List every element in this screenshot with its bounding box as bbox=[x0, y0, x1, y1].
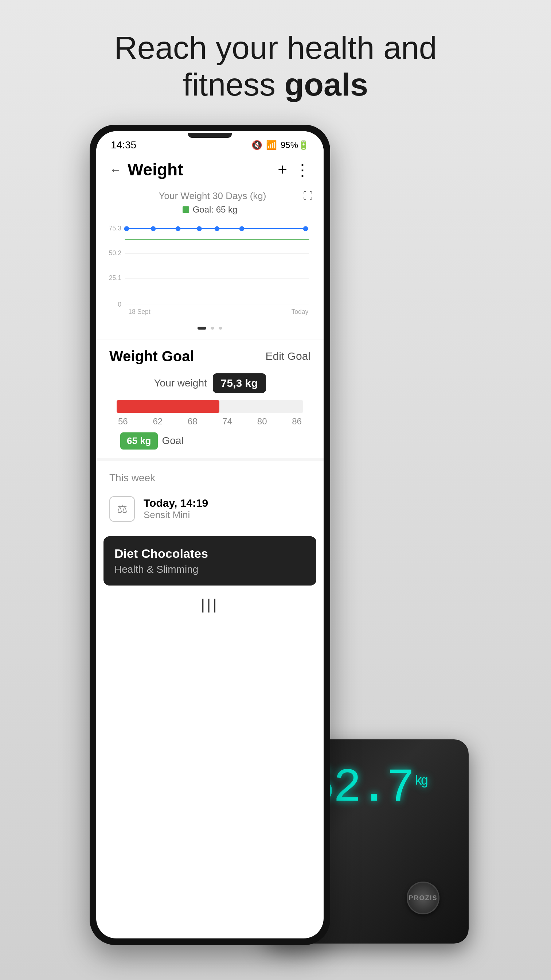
scale-unit: kg bbox=[414, 774, 426, 789]
product-name: Diet Chocolates bbox=[114, 547, 305, 561]
chart-header: Your Weight 30 Days (kg) ⛶ bbox=[107, 190, 313, 202]
scale-label-62: 62 bbox=[153, 416, 162, 426]
weight-display: Your weight 75,3 kg bbox=[110, 373, 310, 393]
svg-text:18 Sept: 18 Sept bbox=[128, 308, 150, 315]
progress-container: 56 62 68 74 80 86 bbox=[117, 400, 303, 426]
progress-track bbox=[117, 400, 303, 413]
scale-label-56: 56 bbox=[118, 416, 128, 426]
weight-goal-title: Weight Goal bbox=[110, 348, 194, 364]
phone-device: 14:35 🔇 📶 95%🔋 ← Weight + ⋮ bbox=[90, 125, 330, 945]
goal-text: Goal bbox=[162, 435, 184, 447]
home-indicator: ||| bbox=[201, 597, 219, 613]
status-time: 14:35 bbox=[111, 139, 136, 151]
product-category: Health & Slimming bbox=[114, 564, 305, 575]
product-card[interactable]: Diet Chocolates Health & Slimming bbox=[103, 536, 316, 585]
chart-title: Your Weight 30 Days (kg) bbox=[122, 190, 303, 202]
chart-svg: 75.3 50.2 25.1 0 bbox=[107, 220, 313, 320]
wifi-icon: 📶 bbox=[266, 140, 277, 150]
progress-fill bbox=[117, 400, 219, 413]
weight-goal-header: Weight Goal Edit Goal bbox=[110, 348, 310, 364]
phone-scale-container: 52.7kg PROZIS 14:35 🔇 📶 95%🔋 ← Weight bbox=[75, 125, 476, 980]
page-title-area: Reach your health and fitness goals bbox=[70, 29, 481, 103]
svg-text:25.1: 25.1 bbox=[109, 275, 121, 282]
add-button[interactable]: + bbox=[278, 161, 287, 179]
svg-point-12 bbox=[197, 226, 202, 232]
scale-label-80: 80 bbox=[257, 416, 267, 426]
bottom-nav: ||| bbox=[96, 589, 324, 620]
this-week-title: This week bbox=[110, 472, 310, 484]
measurement-item: ⚖ Today, 14:19 Sensit Mini bbox=[110, 491, 310, 527]
title-bold: goals bbox=[284, 66, 368, 102]
page-title: Reach your health and fitness goals bbox=[114, 29, 437, 103]
svg-point-10 bbox=[151, 226, 156, 232]
measurement-device: Sensit Mini bbox=[144, 509, 208, 520]
goal-badge: 65 kg bbox=[120, 433, 158, 450]
pagination-dot-1 bbox=[211, 327, 214, 329]
edit-goal-button[interactable]: Edit Goal bbox=[266, 350, 310, 363]
pagination-dot-active bbox=[197, 327, 206, 329]
chart-legend: Goal: 65 kg bbox=[107, 205, 313, 215]
scale-label-74: 74 bbox=[222, 416, 232, 426]
scale-label-86: 86 bbox=[292, 416, 302, 426]
svg-point-14 bbox=[240, 226, 245, 232]
scale-logo: PROZIS bbox=[408, 894, 437, 902]
measurement-time: Today, 14:19 bbox=[144, 497, 208, 509]
svg-text:50.2: 50.2 bbox=[109, 250, 121, 257]
top-bar-actions: + ⋮ bbox=[278, 161, 310, 179]
scale-button: PROZIS bbox=[407, 881, 440, 915]
svg-point-9 bbox=[124, 226, 129, 232]
progress-labels: 56 62 68 74 80 86 bbox=[117, 416, 303, 426]
title-line2: fitness bbox=[183, 66, 284, 102]
svg-point-15 bbox=[303, 226, 308, 232]
expand-icon[interactable]: ⛶ bbox=[303, 190, 313, 202]
battery-label: 95%🔋 bbox=[281, 140, 309, 150]
scale-icon: ⚖ bbox=[110, 496, 135, 522]
weight-value-badge: 75,3 kg bbox=[213, 373, 266, 393]
chart-section: Your Weight 30 Days (kg) ⛶ Goal: 65 kg 7… bbox=[96, 185, 324, 339]
legend-color-dot bbox=[183, 206, 189, 213]
title-line1: Reach your health and bbox=[114, 30, 437, 65]
measurement-info: Today, 14:19 Sensit Mini bbox=[144, 497, 208, 520]
svg-text:75.3: 75.3 bbox=[109, 225, 121, 232]
status-icons: 🔇 📶 95%🔋 bbox=[251, 140, 309, 150]
weight-goal-section: Weight Goal Edit Goal Your weight 75,3 k… bbox=[96, 339, 324, 458]
top-bar: ← Weight + ⋮ bbox=[96, 154, 324, 185]
svg-text:Today: Today bbox=[292, 308, 309, 315]
screen-title: Weight bbox=[127, 160, 278, 180]
goal-badge-row: 65 kg Goal bbox=[110, 433, 310, 450]
signal-icon: 🔇 bbox=[251, 140, 262, 150]
svg-point-11 bbox=[176, 226, 181, 232]
this-week-section: This week ⚖ Today, 14:19 Sensit Mini bbox=[96, 458, 324, 533]
scale-label-68: 68 bbox=[188, 416, 197, 426]
phone-screen: 14:35 🔇 📶 95%🔋 ← Weight + ⋮ bbox=[96, 131, 324, 939]
svg-text:0: 0 bbox=[118, 301, 121, 309]
chart-pagination bbox=[107, 321, 313, 336]
svg-point-13 bbox=[214, 226, 220, 232]
more-button[interactable]: ⋮ bbox=[294, 161, 310, 179]
legend-text: Goal: 65 kg bbox=[193, 205, 238, 215]
phone-notch bbox=[188, 133, 232, 138]
back-button[interactable]: ← bbox=[110, 162, 122, 177]
pagination-dot-2 bbox=[219, 327, 222, 329]
your-weight-label: Your weight bbox=[154, 377, 206, 389]
